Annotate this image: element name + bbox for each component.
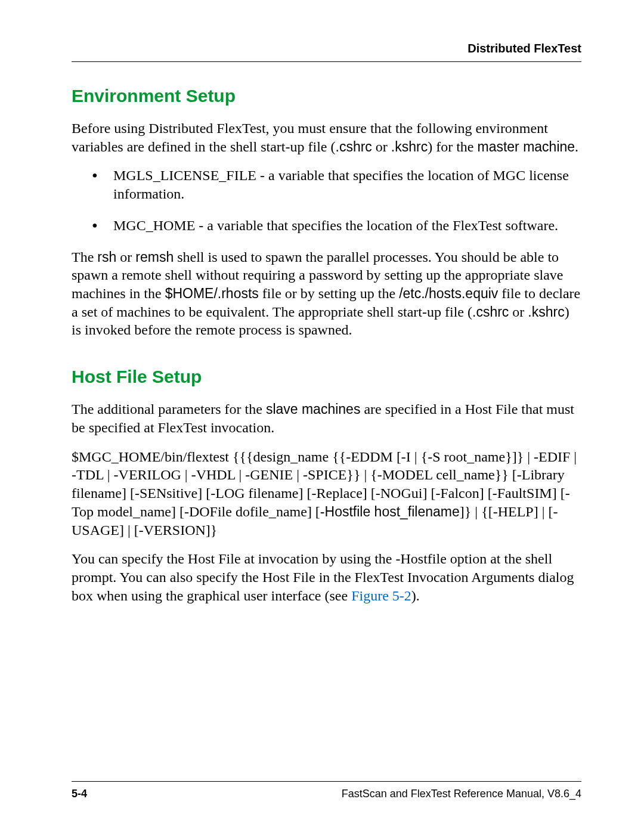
flextest-command-syntax: $MGC_HOME/bin/flextest {{{design_name {{…: [72, 448, 581, 540]
env-intro-paragraph: Before using Distributed FlexTest, you m…: [72, 119, 581, 156]
spacer: [72, 350, 581, 367]
text-hosts-equiv: /etc./hosts.equiv: [399, 286, 498, 301]
text-rsh: rsh: [97, 249, 116, 265]
list-item: MGLS_LICENSE_FILE - a variable that spec…: [113, 166, 581, 203]
text-cshrc: .cshrc: [336, 139, 372, 154]
text: The additional parameters for the: [72, 401, 266, 417]
figure-5-2-link[interactable]: Figure 5-2: [351, 588, 411, 603]
text: ) for the: [428, 139, 477, 154]
manual-title: FastScan and FlexTest Reference Manual, …: [342, 788, 581, 800]
page-number: 5-4: [72, 788, 87, 800]
page-footer: 5-4 FastScan and FlexTest Reference Manu…: [72, 781, 581, 800]
heading-host-file-setup: Host File Setup: [72, 367, 581, 387]
text: file or by setting up the: [259, 286, 399, 301]
text-kshrc-2: .kshrc: [528, 304, 564, 320]
text: You can specify the Host File at invocat…: [72, 551, 574, 603]
page: Distributed FlexTest Environment Setup B…: [0, 0, 644, 833]
text-hostfile-option: -Hostfile host_filename: [320, 504, 460, 519]
heading-environment-setup: Environment Setup: [72, 86, 581, 106]
hostfile-usage-paragraph: You can specify the Host File at invocat…: [72, 550, 581, 605]
env-variable-list: MGLS_LICENSE_FILE - a variable that spec…: [72, 166, 581, 234]
text: or: [509, 304, 528, 320]
header-title: Distributed FlexTest: [467, 42, 581, 55]
text-rhosts: $HOME/.rhosts: [165, 286, 259, 301]
text-slave-machines: slave machines: [266, 401, 361, 417]
env-rsh-paragraph: The rsh or remsh shell is used to spawn …: [72, 248, 581, 340]
text-cshrc-2: .cshrc: [472, 304, 509, 320]
text: .: [575, 139, 578, 154]
text: ).: [411, 588, 420, 603]
page-header: Distributed FlexTest: [72, 42, 581, 62]
text: or: [116, 249, 135, 265]
text-remsh: remsh: [135, 249, 174, 265]
text: The: [72, 249, 97, 265]
text-kshrc: .kshrc: [391, 139, 428, 154]
hostfile-intro-paragraph: The additional parameters for the slave …: [72, 400, 581, 436]
list-item: MGC_HOME - a variable that specifies the…: [113, 216, 581, 235]
text-master-machine: master machine: [477, 139, 575, 154]
text: or: [372, 139, 391, 154]
